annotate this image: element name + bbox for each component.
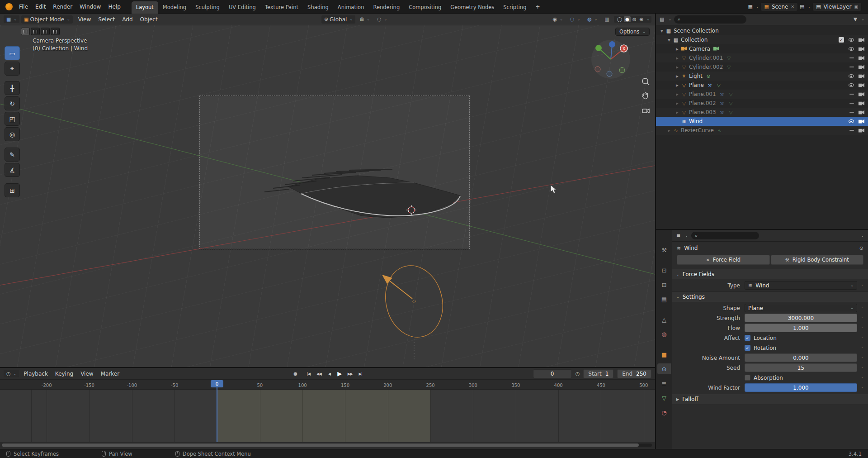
wind-factor-slider[interactable]: 1.000 — [745, 383, 857, 392]
timeline-menu-item[interactable]: Playback — [20, 369, 52, 379]
workspace-tab[interactable]: Sculpting — [191, 1, 224, 14]
filter-funnel-icon[interactable]: ▼ — [854, 16, 857, 22]
timeline-menu-item[interactable]: Marker — [97, 369, 123, 379]
new-viewlayer-icon[interactable]: ▣ — [854, 5, 858, 9]
timeline-menu-item[interactable]: Keying — [52, 369, 77, 379]
tool-button[interactable]: ▭ — [5, 46, 20, 60]
disable-render-toggle[interactable] — [859, 56, 864, 60]
gizmo-neg-x-axis[interactable] — [595, 67, 600, 72]
hide-viewport-toggle[interactable] — [849, 57, 854, 58]
disable-render-toggle[interactable] — [859, 92, 864, 96]
auto-keying-clock-icon[interactable]: ◷ — [576, 371, 580, 377]
outliner-row-plane[interactable]: ▶ ▽ Plane ⚒ ▽ — [656, 81, 868, 90]
outliner-search[interactable]: ⌕ — [674, 15, 746, 24]
scene-selector[interactable]: ▦ Scene ✕ — [760, 2, 798, 11]
tool-button[interactable]: ∡ — [5, 163, 20, 177]
disable-render-toggle[interactable] — [859, 129, 864, 133]
gizmo-y-axis[interactable] — [595, 45, 602, 51]
disable-render-toggle[interactable] — [859, 38, 864, 42]
tool-button[interactable]: ✎ — [5, 148, 20, 162]
expand-icon[interactable]: ▶ — [674, 47, 680, 51]
browse-viewlayer-icon[interactable]: ▤ — [800, 4, 804, 10]
shape-dropdown[interactable]: Plane ⌄ — [745, 304, 857, 312]
type-dropdown[interactable]: ≋ Wind ⌄ — [745, 281, 857, 290]
expand-icon[interactable]: ▶ — [674, 110, 680, 114]
unlink-scene-icon[interactable]: ✕ — [791, 5, 794, 9]
disable-render-toggle[interactable] — [859, 83, 864, 87]
viewport-menu-item[interactable]: Object — [137, 14, 161, 24]
properties-tab[interactable]: ■ — [657, 349, 671, 360]
expand-icon[interactable]: ▶ — [674, 92, 680, 96]
outliner-row-scene-collection[interactable]: ▼ ▦ Scene Collection — [656, 26, 868, 35]
properties-tab[interactable]: ▽ — [657, 392, 671, 403]
tool-button[interactable]: ◎ — [5, 127, 20, 141]
record-button[interactable]: ● — [291, 371, 300, 376]
visibility-dropdown[interactable]: ◉ ⌄ — [550, 15, 566, 23]
viewport-3d[interactable]: Camera Perspective (0) Collection | Wind… — [0, 25, 655, 367]
tool-button[interactable]: ↻ — [5, 96, 20, 110]
shading-caret-icon[interactable]: ⌄ — [646, 17, 650, 21]
properties-options-caret-icon[interactable]: ⌄ — [861, 234, 864, 238]
tool-button[interactable]: ⌖ — [5, 62, 20, 76]
workspace-tab[interactable]: Layout — [132, 1, 158, 14]
properties-tab[interactable]: ▤ — [657, 294, 671, 305]
workspace-tab[interactable]: Animation — [333, 1, 369, 14]
select-mode-extend-button[interactable] — [31, 28, 40, 35]
timeline-editor-type-dropdown[interactable]: ◷ ⌄ — [4, 370, 19, 377]
workspace-tab[interactable]: Scripting — [499, 1, 531, 14]
app-menu-item[interactable]: Render — [49, 2, 76, 12]
rotation-checkbox[interactable]: ✓ — [745, 345, 750, 351]
workspace-tab[interactable]: UV Editing — [224, 1, 260, 14]
hide-viewport-toggle[interactable] — [849, 112, 854, 113]
end-frame-field[interactable]: End 250 — [617, 369, 651, 378]
app-menu-item[interactable]: File — [15, 2, 32, 12]
disable-render-toggle[interactable] — [859, 74, 864, 78]
force-field-button[interactable]: ✕ Force Field — [677, 255, 770, 265]
transport-button[interactable]: ▶▶ — [345, 369, 355, 378]
force-fields-section-header[interactable]: ⌄ Force Fields — [672, 269, 868, 279]
pin-icon[interactable]: ⊙ — [859, 245, 863, 251]
expand-icon[interactable]: ▶ — [674, 83, 680, 87]
properties-tab[interactable]: ◔ — [657, 407, 671, 418]
gizmo-neg-z-axis[interactable] — [607, 71, 612, 76]
select-mode-intersect-button[interactable] — [51, 28, 60, 35]
tool-button[interactable]: ◰ — [5, 112, 20, 126]
shading-rendered-button[interactable]: ◉ — [638, 16, 645, 22]
editor-type-dropdown[interactable]: ▦ ⌄ — [4, 15, 19, 23]
workspace-tab[interactable]: Geometry Nodes — [446, 1, 499, 14]
outliner-options-caret-icon[interactable]: ⌄ — [861, 17, 864, 21]
outliner-row-cylinder-001[interactable]: ▶ ▽ Cylinder.001 ▽ — [656, 53, 868, 62]
properties-editor-caret-icon[interactable]: ⌄ — [685, 234, 688, 238]
outliner-editor-caret-icon[interactable]: ⌄ — [668, 17, 671, 21]
outliner-row-cylinder-002[interactable]: ▶ ▽ Cylinder.002 ▽ — [656, 62, 868, 72]
timeline-ruler[interactable]: -200-150-100-500501001502002503003504004… — [0, 380, 655, 390]
orientation-dropdown[interactable]: ⊕ Global ⌄ — [321, 15, 355, 24]
expand-icon[interactable]: ▶ — [674, 74, 680, 78]
hide-viewport-toggle[interactable] — [849, 67, 854, 67]
expand-icon[interactable]: ▶ — [674, 56, 680, 60]
viewport-menu-item[interactable]: Add — [118, 14, 136, 24]
wind-force-field-gizmo[interactable] — [378, 259, 450, 361]
transport-button[interactable]: |◀ — [304, 369, 313, 378]
app-menu-item[interactable]: Window — [76, 2, 104, 12]
viewport-menu-item[interactable]: View — [75, 14, 94, 24]
timeline-menu-item[interactable]: View — [77, 369, 97, 379]
shading-material-button[interactable]: ◍ — [631, 16, 638, 22]
transport-button[interactable]: ◀◀ — [314, 369, 324, 378]
playhead[interactable]: 0 — [217, 380, 217, 442]
app-menu-item[interactable]: Edit — [32, 2, 49, 12]
browse-scene-icon[interactable]: ▦ — [748, 4, 752, 10]
workspace-tab[interactable]: Rendering — [368, 1, 404, 14]
expand-icon[interactable]: ▶ — [666, 129, 672, 133]
viewlayer-selector[interactable]: ▤ ViewLayer ▣ — [812, 2, 862, 11]
hide-viewport-toggle[interactable] — [849, 83, 854, 87]
expand-icon[interactable]: ▼ — [659, 29, 665, 33]
outliner-search-input[interactable] — [683, 17, 732, 22]
outliner-row-collection[interactable]: ▼ ▦ Collection ✓ — [656, 35, 868, 44]
outliner-row-plane-002[interactable]: ▶ ▽ Plane.002 ⚒ ▽ — [656, 99, 868, 108]
disable-render-toggle[interactable] — [859, 101, 864, 105]
gizmos-dropdown[interactable]: ◌ ⌄ — [567, 15, 583, 23]
shading-solid-button[interactable]: ● — [624, 16, 631, 22]
options-button[interactable]: Options ⌄ — [615, 28, 650, 36]
workspace-tab[interactable]: Modeling — [158, 1, 191, 14]
